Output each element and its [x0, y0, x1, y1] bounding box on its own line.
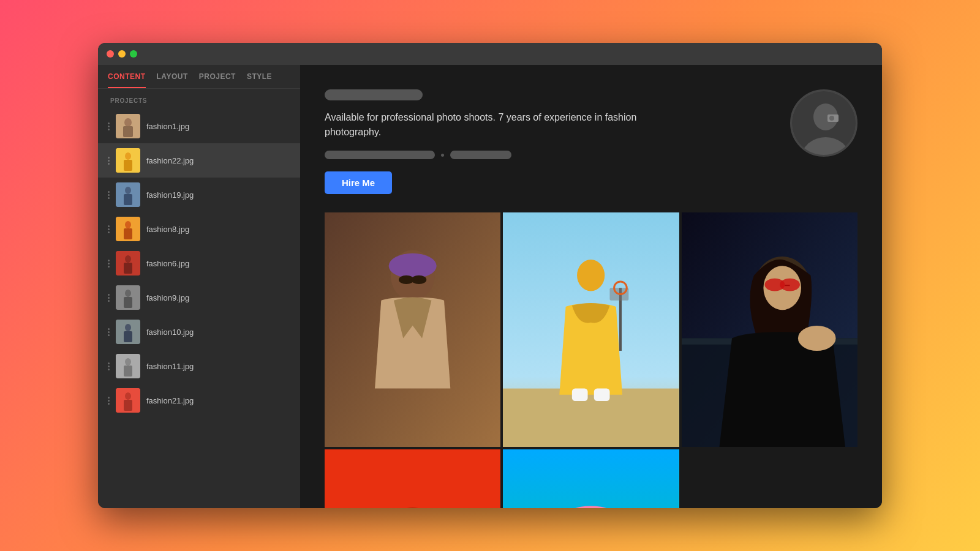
duplicate-button[interactable]: ⧉: [266, 257, 274, 270]
svg-rect-44: [572, 389, 588, 402]
svg-point-10: [125, 221, 131, 228]
photo-cell[interactable]: [682, 212, 858, 447]
app-body: CONTENT LAYOUT PROJECT STYLE PROJECTS fa…: [98, 65, 882, 508]
svg-rect-53: [785, 285, 790, 286]
list-item[interactable]: fashion9.jpg ⧉ 🗑: [98, 280, 300, 315]
photo-cell[interactable]: [682, 449, 858, 508]
item-thumbnail: [116, 251, 140, 276]
svg-point-52: [780, 279, 800, 291]
photo-grid: PINK: [325, 212, 858, 508]
hire-me-button[interactable]: Hire Me: [325, 171, 392, 194]
delete-button[interactable]: 🗑: [279, 291, 290, 304]
delete-button[interactable]: 🗑: [279, 223, 290, 236]
avatar: [790, 89, 858, 157]
sidebar-tabs: CONTENT LAYOUT PROJECT STYLE: [98, 65, 300, 89]
item-thumbnail: [116, 320, 140, 344]
svg-point-22: [125, 358, 131, 365]
item-thumbnail: [116, 354, 140, 378]
photo-cell[interactable]: [325, 212, 500, 447]
delete-button[interactable]: 🗑: [279, 360, 290, 373]
duplicate-button[interactable]: ⧉: [266, 326, 274, 339]
tab-content[interactable]: CONTENT: [108, 72, 146, 88]
delete-button[interactable]: 🗑: [279, 154, 290, 167]
tag-bars: [325, 151, 790, 159]
svg-rect-26: [124, 400, 132, 411]
svg-point-54: [798, 326, 836, 351]
tag-dot: [441, 154, 444, 157]
duplicate-button[interactable]: ⧉: [266, 120, 274, 133]
drag-handle[interactable]: [108, 362, 110, 370]
duplicate-button[interactable]: ⧉: [266, 189, 274, 201]
delete-button[interactable]: 🗑: [279, 189, 290, 201]
svg-rect-63: [682, 449, 858, 508]
minimize-button[interactable]: [118, 50, 126, 58]
list-item[interactable]: fashion10.jpg ⧉ 🗑: [98, 315, 300, 349]
portfolio-header-left: Available for professional photo shoots.…: [325, 89, 790, 194]
svg-point-25: [125, 392, 131, 400]
item-thumbnail: [116, 217, 140, 241]
svg-rect-17: [124, 297, 132, 308]
tab-style[interactable]: STYLE: [247, 72, 272, 88]
drag-handle[interactable]: [108, 157, 110, 165]
delete-button[interactable]: 🗑: [279, 326, 290, 339]
list-item[interactable]: fashion21.jpg ⧉ 🗑: [98, 383, 300, 418]
item-filename: fashion8.jpg: [146, 225, 260, 234]
sidebar: CONTENT LAYOUT PROJECT STYLE PROJECTS fa…: [98, 65, 300, 508]
item-filename: fashion22.jpg: [146, 156, 260, 165]
delete-button[interactable]: 🗑: [279, 120, 290, 133]
duplicate-button[interactable]: ⧉: [266, 394, 274, 407]
photo-cell[interactable]: [503, 212, 679, 447]
delete-button[interactable]: 🗑: [279, 257, 290, 270]
drag-handle[interactable]: [108, 191, 110, 199]
svg-rect-45: [594, 389, 610, 402]
svg-rect-5: [124, 160, 132, 171]
close-button[interactable]: [107, 50, 114, 58]
item-thumbnail: [116, 148, 140, 173]
svg-rect-14: [124, 263, 132, 274]
list-item[interactable]: fashion6.jpg ⧉ 🗑: [98, 246, 300, 280]
traffic-lights: [107, 50, 137, 58]
list-item[interactable]: fashion11.jpg ⧉ 🗑: [98, 349, 300, 383]
svg-rect-11: [124, 228, 132, 239]
photo-cell[interactable]: PINK: [503, 449, 679, 508]
photo-cell[interactable]: [325, 449, 500, 508]
item-thumbnail: [116, 285, 140, 310]
item-thumbnail: [116, 114, 140, 138]
svg-point-34: [389, 253, 437, 279]
svg-rect-57: [503, 449, 679, 508]
drag-handle[interactable]: [108, 225, 110, 233]
drag-handle[interactable]: [108, 122, 110, 130]
duplicate-button[interactable]: ⧉: [266, 154, 274, 167]
list-item[interactable]: fashion8.jpg ⧉ 🗑: [98, 212, 300, 246]
drag-handle[interactable]: [108, 328, 110, 336]
drag-handle[interactable]: [108, 397, 110, 405]
projects-section-label: PROJECTS: [98, 89, 300, 109]
tab-layout[interactable]: LAYOUT: [157, 72, 188, 88]
drag-handle[interactable]: [108, 260, 110, 268]
tab-project[interactable]: PROJECT: [199, 72, 236, 88]
duplicate-button[interactable]: ⧉: [266, 291, 274, 304]
main-content: Available for professional photo shoots.…: [300, 65, 882, 508]
list-item[interactable]: fashion19.jpg ⧉ 🗑: [98, 178, 300, 212]
title-bar: [98, 43, 882, 65]
svg-rect-39: [503, 389, 679, 448]
item-filename: fashion6.jpg: [146, 259, 260, 268]
maximize-button[interactable]: [130, 50, 137, 58]
duplicate-button[interactable]: ⧉: [266, 223, 274, 236]
project-list: fashion1.jpg ⧉ 🗑 fashion22.jpg: [98, 109, 300, 508]
name-placeholder-bar: [325, 89, 423, 100]
item-filename: fashion21.jpg: [146, 396, 260, 405]
svg-point-4: [125, 152, 131, 160]
item-filename: fashion1.jpg: [146, 122, 260, 131]
svg-rect-2: [123, 126, 133, 137]
drag-handle[interactable]: [108, 294, 110, 302]
svg-point-43: [577, 260, 605, 291]
list-item[interactable]: fashion1.jpg ⧉ 🗑: [98, 109, 300, 143]
delete-button[interactable]: 🗑: [279, 394, 290, 407]
duplicate-button[interactable]: ⧉: [266, 360, 274, 373]
tag-bar-2: [450, 151, 511, 159]
tag-bar-1: [325, 151, 435, 159]
svg-rect-23: [124, 365, 132, 377]
item-filename: fashion19.jpg: [146, 190, 260, 200]
list-item[interactable]: fashion22.jpg ⧉ 🗑: [98, 143, 300, 178]
